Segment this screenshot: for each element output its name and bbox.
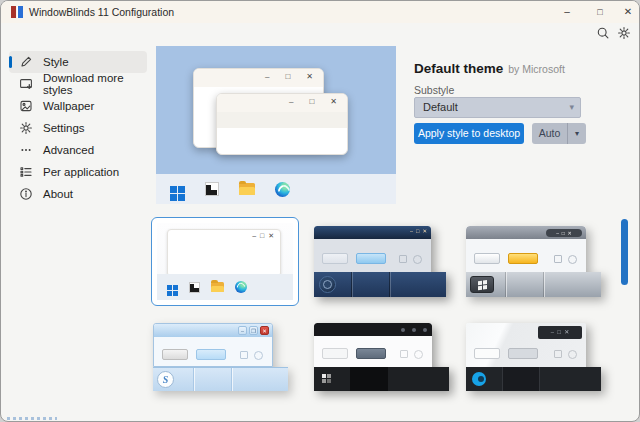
windows-logo-icon bbox=[170, 186, 177, 193]
sidebar-item-settings[interactable]: Settings bbox=[9, 117, 147, 139]
thumb-window: – □ ✕ bbox=[314, 226, 431, 272]
title-bar: WindowBlinds 11 Configuration – □ ✕ bbox=[1, 1, 640, 23]
caption-buttons: – □ ✕ bbox=[546, 229, 582, 237]
caption-buttons: – □ ✕ bbox=[252, 232, 274, 240]
apply-style-button[interactable]: Apply style to desktop bbox=[414, 123, 524, 144]
download-icon bbox=[19, 77, 33, 91]
theme-thumbnail-default-selected[interactable]: – □ ✕ bbox=[151, 217, 299, 306]
caption-dot-icon bbox=[412, 328, 417, 333]
window-title: WindowBlinds 11 Configuration bbox=[29, 1, 174, 23]
start-button-icon bbox=[319, 276, 336, 293]
sidebar-item-label: Advanced bbox=[43, 144, 94, 156]
thumb-titlebar: – □ ✕ bbox=[466, 226, 586, 239]
thumb-taskbar bbox=[157, 274, 293, 300]
restore-icon: ❐ bbox=[249, 326, 258, 335]
theme-thumbnail-light-dark-taskbar[interactable]: – □ ✕ bbox=[466, 323, 601, 391]
chevron-down-icon[interactable]: ▾ bbox=[568, 123, 586, 144]
thumb-window: – □ ✕ bbox=[466, 226, 586, 272]
sidebar-item-per-application[interactable]: Per application bbox=[9, 161, 147, 183]
preview-caption-buttons: – □ ✕ bbox=[265, 72, 313, 81]
theme-name: Default theme bbox=[414, 61, 503, 76]
gear-icon bbox=[19, 121, 33, 135]
windowblinds-configuration-window: WindowBlinds 11 Configuration – □ ✕ Styl… bbox=[0, 0, 640, 422]
search-icon[interactable] bbox=[594, 24, 612, 42]
gear-icon[interactable] bbox=[615, 24, 633, 42]
sidebar: Style Download more styles Wallpaper Set… bbox=[9, 51, 147, 205]
thumb-taskbar bbox=[314, 272, 446, 297]
start-grid-icon bbox=[322, 374, 326, 378]
caption-buttons: – □ ✕ bbox=[410, 228, 427, 234]
close-icon: ✕ bbox=[306, 72, 313, 81]
theme-thumbnail-black[interactable] bbox=[314, 323, 449, 391]
image-icon bbox=[19, 99, 33, 113]
minimize-icon: – bbox=[238, 326, 247, 335]
caption-dot-icon bbox=[401, 328, 406, 333]
file-explorer-icon bbox=[211, 282, 224, 292]
close-icon: ✕ bbox=[330, 97, 337, 106]
thumb-taskbar bbox=[466, 272, 601, 297]
minimize-icon: – bbox=[289, 97, 293, 106]
close-button[interactable]: ✕ bbox=[613, 1, 640, 23]
thumb-titlebar: – ❐ ✕ bbox=[154, 324, 272, 337]
app-window-icon bbox=[205, 182, 219, 196]
theme-thumbnail-dark-blue[interactable]: – □ ✕ bbox=[314, 226, 446, 297]
maximize-icon: □ bbox=[285, 72, 290, 81]
windows-logo-icon bbox=[167, 285, 172, 290]
thumb-titlebar bbox=[314, 323, 432, 336]
thumb-window bbox=[314, 323, 432, 367]
sidebar-item-style[interactable]: Style bbox=[9, 51, 147, 73]
sidebar-item-advanced[interactable]: Advanced bbox=[9, 139, 147, 161]
edge-browser-icon bbox=[275, 182, 290, 197]
thumb-taskbar bbox=[314, 367, 449, 391]
theme-preview: – □ ✕ – □ ✕ bbox=[156, 46, 396, 204]
sidebar-item-label: About bbox=[43, 188, 73, 200]
preview-window-front: – □ ✕ bbox=[216, 93, 348, 155]
maximize-button[interactable]: □ bbox=[585, 1, 615, 23]
sidebar-item-wallpaper[interactable]: Wallpaper bbox=[9, 95, 147, 117]
thumb-window: – ❐ ✕ bbox=[153, 323, 273, 367]
sidebar-item-label: Per application bbox=[43, 166, 119, 178]
preview-caption-buttons: – □ ✕ bbox=[289, 97, 337, 106]
chevron-down-icon: ▾ bbox=[569, 98, 574, 117]
scrollbar-thumb[interactable] bbox=[621, 219, 628, 285]
start-circle-icon bbox=[472, 372, 486, 386]
substyle-label: Substyle bbox=[414, 84, 454, 96]
minimize-icon: – bbox=[265, 72, 269, 81]
auto-button-label[interactable]: Auto bbox=[532, 123, 568, 144]
thumbnail-image: – □ ✕ bbox=[157, 223, 293, 300]
start-button-icon bbox=[470, 276, 494, 293]
thumb-window: – □ ✕ bbox=[466, 323, 586, 367]
maximize-icon: □ bbox=[309, 97, 314, 106]
app-list-icon bbox=[19, 165, 33, 179]
thumb-taskbar: S bbox=[153, 367, 288, 391]
thumb-window: – □ ✕ bbox=[167, 229, 281, 277]
sidebar-item-label: Style bbox=[43, 56, 69, 68]
preview-taskbar bbox=[156, 174, 396, 204]
theme-thumbnail-luna-blue[interactable]: – ❐ ✕ S bbox=[153, 323, 288, 391]
theme-thumbnail-silver[interactable]: – □ ✕ bbox=[466, 226, 601, 297]
pencil-icon bbox=[19, 55, 33, 69]
theme-author: by Microsoft bbox=[508, 63, 565, 75]
substyle-value: Default bbox=[423, 101, 458, 113]
caption-buttons: – □ ✕ bbox=[538, 326, 582, 339]
close-icon: ✕ bbox=[260, 326, 269, 335]
sidebar-item-label: Settings bbox=[43, 122, 85, 134]
start-button-icon: S bbox=[157, 371, 174, 388]
thumb-titlebar: – □ ✕ bbox=[314, 226, 431, 239]
sidebar-item-download-more-styles[interactable]: Download more styles bbox=[9, 73, 147, 95]
app-window-icon bbox=[189, 282, 200, 293]
sidebar-item-label: Download more styles bbox=[43, 72, 147, 96]
thumb-taskbar bbox=[466, 367, 601, 391]
edge-browser-icon bbox=[235, 281, 247, 293]
clipped-content-fragment bbox=[7, 417, 57, 420]
windowblinds-app-icon bbox=[11, 6, 23, 18]
auto-split-button[interactable]: Auto ▾ bbox=[532, 123, 586, 144]
substyle-dropdown[interactable]: Default ▾ bbox=[414, 97, 581, 118]
sidebar-item-label: Wallpaper bbox=[43, 100, 94, 112]
file-explorer-icon bbox=[239, 183, 255, 195]
minimize-button[interactable]: – bbox=[552, 1, 582, 23]
theme-title: Default themeby Microsoft bbox=[414, 61, 565, 76]
info-icon bbox=[19, 187, 33, 201]
windows-flag-icon bbox=[478, 281, 482, 286]
sidebar-item-about[interactable]: About bbox=[9, 183, 147, 205]
